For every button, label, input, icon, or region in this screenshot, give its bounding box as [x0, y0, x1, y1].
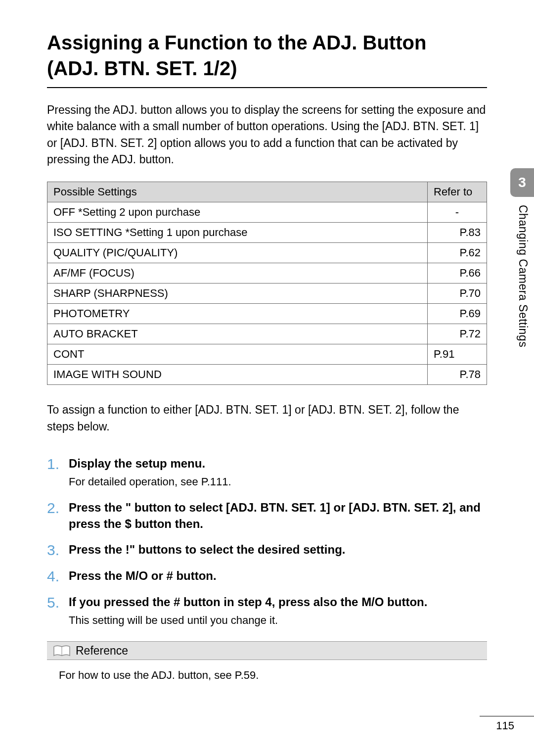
step-subtext: This setting will be used until you chan…	[69, 613, 487, 628]
table-row: QUALITY (PIC/QUALITY) P.62	[47, 243, 487, 263]
page-number: 115	[496, 719, 514, 732]
step-title: Press the M/O or # button.	[69, 568, 487, 584]
setting-cell: QUALITY (PIC/QUALITY)	[47, 243, 428, 263]
setting-cell: SHARP (SHARPNESS)	[47, 284, 428, 304]
step-body: Press the !" buttons to select the desir…	[69, 542, 487, 558]
ref-cell: P.70	[428, 284, 487, 304]
ref-cell: P.91	[428, 344, 487, 365]
step-body: If you pressed the # button in step 4, p…	[69, 594, 487, 628]
chapter-number: 3	[518, 175, 526, 190]
title-underline	[47, 87, 487, 88]
step-body: Press the " button to select [ADJ. BTN. …	[69, 500, 487, 532]
table-row: AUTO BRACKET P.72	[47, 324, 487, 344]
chapter-title: Changing Camera Settings	[510, 197, 530, 347]
step-item: 3. Press the !" buttons to select the de…	[47, 542, 487, 558]
ref-cell: P.69	[428, 304, 487, 324]
title-line-2: (ADJ. BTN. SET. 1/2)	[47, 57, 237, 79]
setting-cell: PHOTOMETRY	[47, 304, 428, 324]
setting-cell: AF/MF (FOCUS)	[47, 263, 428, 284]
step-number: 1.	[47, 456, 69, 472]
side-tab: 3 Changing Camera Settings	[510, 168, 534, 347]
table-row: CONT P.91	[47, 344, 487, 365]
reference-section: Reference For how to use the ADJ. button…	[47, 641, 487, 682]
step-item: 5. If you pressed the # button in step 4…	[47, 594, 487, 628]
setting-cell: AUTO BRACKET	[47, 324, 428, 344]
chapter-number-box: 3	[510, 168, 534, 197]
table-row: PHOTOMETRY P.69	[47, 304, 487, 324]
step-body: Display the setup menu. For detailed ope…	[69, 456, 487, 490]
title-line-1: Assigning a Function to the ADJ. Button	[47, 32, 426, 53]
table-row: OFF *Setting 2 upon purchase -	[47, 202, 487, 223]
step-number: 5.	[47, 594, 69, 611]
step-item: 4. Press the M/O or # button.	[47, 568, 487, 584]
settings-table: Possible Settings Refer to OFF *Setting …	[47, 182, 487, 385]
page-title: Assigning a Function to the ADJ. Button …	[47, 30, 487, 81]
setting-cell: CONT	[47, 344, 428, 365]
step-title: Display the setup menu.	[69, 456, 487, 472]
ref-cell: P.66	[428, 263, 487, 284]
col-possible-settings: Possible Settings	[47, 182, 428, 202]
step-body: Press the M/O or # button.	[69, 568, 487, 584]
table-header-row: Possible Settings Refer to	[47, 182, 487, 202]
setting-cell: OFF *Setting 2 upon purchase	[47, 202, 428, 223]
setting-cell: ISO SETTING *Setting 1 upon purchase	[47, 223, 428, 243]
ref-cell: P.62	[428, 243, 487, 263]
ref-cell: P.72	[428, 324, 487, 344]
step-subtext: For detailed operation, see P.111.	[69, 474, 487, 490]
steps-list: 1. Display the setup menu. For detailed …	[47, 456, 487, 628]
step-number: 4.	[47, 568, 69, 584]
intro-paragraph: Pressing the ADJ. button allows you to d…	[47, 102, 487, 168]
table-row: AF/MF (FOCUS) P.66	[47, 263, 487, 284]
reference-label: Reference	[76, 644, 128, 658]
book-icon	[52, 644, 72, 658]
follow-paragraph: To assign a function to either [ADJ. BTN…	[47, 402, 487, 435]
col-refer-to: Refer to	[428, 182, 487, 202]
table-row: ISO SETTING *Setting 1 upon purchase P.8…	[47, 223, 487, 243]
setting-cell: IMAGE WITH SOUND	[47, 365, 428, 385]
footer: 115	[480, 716, 534, 732]
ref-cell: P.83	[428, 223, 487, 243]
table-row: IMAGE WITH SOUND P.78	[47, 365, 487, 385]
table-row: SHARP (SHARPNESS) P.70	[47, 284, 487, 304]
step-title: Press the " button to select [ADJ. BTN. …	[69, 500, 487, 532]
step-number: 2.	[47, 500, 69, 516]
step-item: 1. Display the setup menu. For detailed …	[47, 456, 487, 490]
ref-cell: P.78	[428, 365, 487, 385]
step-title: If you pressed the # button in step 4, p…	[69, 594, 487, 610]
reference-text: For how to use the ADJ. button, see P.59…	[47, 669, 487, 682]
step-title: Press the !" buttons to select the desir…	[69, 542, 487, 558]
ref-cell: -	[428, 202, 487, 223]
page-container: Assigning a Function to the ADJ. Button …	[0, 0, 534, 756]
step-number: 3.	[47, 542, 69, 558]
step-item: 2. Press the " button to select [ADJ. BT…	[47, 500, 487, 532]
reference-header: Reference	[47, 641, 487, 660]
